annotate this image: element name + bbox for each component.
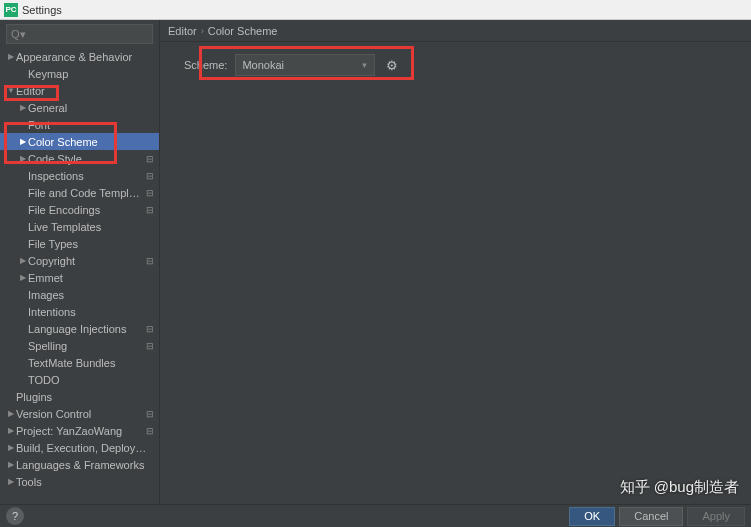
project-badge-icon: ⊟ — [145, 409, 155, 419]
tree-item-label: Code Style — [28, 153, 145, 165]
tree-item[interactable]: ▶Appearance & Behavior — [0, 48, 159, 65]
cancel-button[interactable]: Cancel — [619, 507, 683, 526]
chevron-right-icon: ▶ — [6, 52, 16, 61]
tree-item[interactable]: TextMate Bundles — [0, 354, 159, 371]
main-panel: Editor › Color Scheme Scheme: Monokai ▼ … — [160, 20, 751, 504]
tree-item[interactable]: ▶Languages & Frameworks — [0, 456, 159, 473]
tree-item[interactable]: Language Injections⊟ — [0, 320, 159, 337]
chevron-right-icon: ▶ — [6, 460, 16, 469]
content-area: ▶Appearance & BehaviorKeymap▼Editor▶Gene… — [0, 20, 751, 504]
project-badge-icon: ⊟ — [145, 426, 155, 436]
apply-button[interactable]: Apply — [687, 507, 745, 526]
tree-item-label: Emmet — [28, 272, 155, 284]
chevron-right-icon: ▶ — [6, 477, 16, 486]
tree-item-label: TextMate Bundles — [28, 357, 155, 369]
tree-item-label: Images — [28, 289, 155, 301]
tree-item-label: Build, Execution, Deployment — [16, 442, 155, 454]
chevron-right-icon: ▶ — [18, 273, 28, 282]
dialog-footer: ? OK Cancel Apply — [0, 504, 751, 527]
tree-item-label: Plugins — [16, 391, 155, 403]
tree-item-label: File and Code Templates — [28, 187, 145, 199]
tree-item-label: Font — [28, 119, 155, 131]
tree-item[interactable]: Intentions — [0, 303, 159, 320]
tree-item[interactable]: TODO — [0, 371, 159, 388]
footer-buttons: OK Cancel Apply — [569, 507, 745, 526]
tree-item-label: Project: YanZaoWang — [16, 425, 145, 437]
tree-item[interactable]: Inspections⊟ — [0, 167, 159, 184]
tree-item[interactable]: ▶Version Control⊟ — [0, 405, 159, 422]
scheme-label: Scheme: — [184, 59, 227, 71]
tree-item[interactable]: Live Templates — [0, 218, 159, 235]
chevron-right-icon: ▶ — [18, 154, 28, 163]
scheme-dropdown-value: Monokai — [242, 59, 284, 71]
chevron-right-icon: ▶ — [6, 409, 16, 418]
tree-item-label: Version Control — [16, 408, 145, 420]
search-input[interactable] — [6, 24, 153, 44]
tree-item[interactable]: File Encodings⊟ — [0, 201, 159, 218]
tree-item-label: Language Injections — [28, 323, 145, 335]
breadcrumb-part: Color Scheme — [208, 25, 278, 37]
tree-item-label: Color Scheme — [28, 136, 155, 148]
tree-item-label: Live Templates — [28, 221, 155, 233]
breadcrumb: Editor › Color Scheme — [160, 20, 751, 42]
tree-item-label: Editor — [16, 85, 155, 97]
ok-button[interactable]: OK — [569, 507, 615, 526]
tree-item[interactable]: ▶Tools — [0, 473, 159, 490]
breadcrumb-part: Editor — [168, 25, 197, 37]
tree-item[interactable]: ▶Copyright⊟ — [0, 252, 159, 269]
tree-item-label: File Types — [28, 238, 155, 250]
chevron-down-icon: ▼ — [6, 86, 16, 95]
tree-item[interactable]: Font — [0, 116, 159, 133]
tree-item-label: Languages & Frameworks — [16, 459, 155, 471]
tree-item[interactable]: File Types — [0, 235, 159, 252]
chevron-right-icon: ▶ — [18, 103, 28, 112]
tree-item-label: Inspections — [28, 170, 145, 182]
tree-item[interactable]: ▶Build, Execution, Deployment — [0, 439, 159, 456]
project-badge-icon: ⊟ — [145, 256, 155, 266]
project-badge-icon: ⊟ — [145, 171, 155, 181]
search-wrap — [0, 20, 159, 48]
tree-item-label: TODO — [28, 374, 155, 386]
window-titlebar: PC Settings — [0, 0, 751, 20]
tree-item-label: Tools — [16, 476, 155, 488]
tree-item-label: General — [28, 102, 155, 114]
tree-item[interactable]: ▶Emmet — [0, 269, 159, 286]
tree-item-label: Spelling — [28, 340, 145, 352]
settings-sidebar: ▶Appearance & BehaviorKeymap▼Editor▶Gene… — [0, 20, 160, 504]
breadcrumb-separator-icon: › — [201, 26, 204, 36]
scheme-row: Scheme: Monokai ▼ ⚙ — [172, 54, 739, 76]
tree-item[interactable]: ▼Editor — [0, 82, 159, 99]
tree-item[interactable]: ▶Code Style⊟ — [0, 150, 159, 167]
tree-item[interactable]: Keymap — [0, 65, 159, 82]
tree-item-label: Copyright — [28, 255, 145, 267]
chevron-right-icon: ▶ — [18, 137, 28, 146]
tree-item-label: Intentions — [28, 306, 155, 318]
scheme-dropdown[interactable]: Monokai ▼ — [235, 54, 375, 76]
chevron-down-icon: ▼ — [361, 61, 369, 70]
tree-item[interactable]: Images — [0, 286, 159, 303]
project-badge-icon: ⊟ — [145, 324, 155, 334]
chevron-right-icon: ▶ — [6, 443, 16, 452]
settings-tree: ▶Appearance & BehaviorKeymap▼Editor▶Gene… — [0, 48, 159, 504]
gear-icon[interactable]: ⚙ — [383, 56, 401, 74]
chevron-right-icon: ▶ — [18, 256, 28, 265]
tree-item[interactable]: ▶Color Scheme — [0, 133, 159, 150]
chevron-right-icon: ▶ — [6, 426, 16, 435]
main-body: Scheme: Monokai ▼ ⚙ — [160, 42, 751, 88]
project-badge-icon: ⊟ — [145, 205, 155, 215]
tree-item[interactable]: ▶General — [0, 99, 159, 116]
tree-item-label: Keymap — [28, 68, 155, 80]
help-button[interactable]: ? — [6, 507, 24, 525]
tree-item[interactable]: Spelling⊟ — [0, 337, 159, 354]
tree-item[interactable]: ▶Project: YanZaoWang⊟ — [0, 422, 159, 439]
app-icon: PC — [4, 3, 18, 17]
tree-item[interactable]: Plugins — [0, 388, 159, 405]
window-title: Settings — [22, 4, 62, 16]
tree-item-label: Appearance & Behavior — [16, 51, 155, 63]
tree-item[interactable]: File and Code Templates⊟ — [0, 184, 159, 201]
project-badge-icon: ⊟ — [145, 341, 155, 351]
project-badge-icon: ⊟ — [145, 188, 155, 198]
tree-item-label: File Encodings — [28, 204, 145, 216]
project-badge-icon: ⊟ — [145, 154, 155, 164]
